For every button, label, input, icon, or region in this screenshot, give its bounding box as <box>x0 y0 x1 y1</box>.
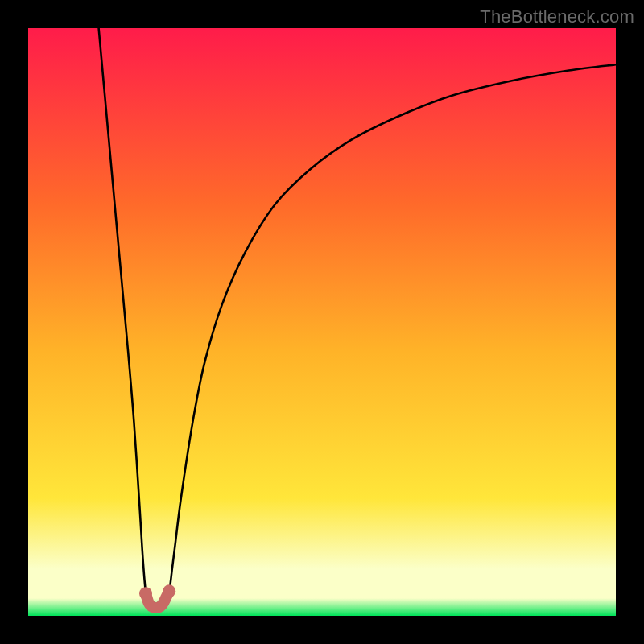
trough-dot-right <box>163 584 175 597</box>
chart-frame: TheBottleneck.com <box>0 0 644 644</box>
plot-area <box>28 28 616 616</box>
gradient-background <box>28 28 616 616</box>
watermark-text: TheBottleneck.com <box>480 6 634 27</box>
chart-svg <box>28 28 616 616</box>
trough-dot-left <box>139 587 152 600</box>
